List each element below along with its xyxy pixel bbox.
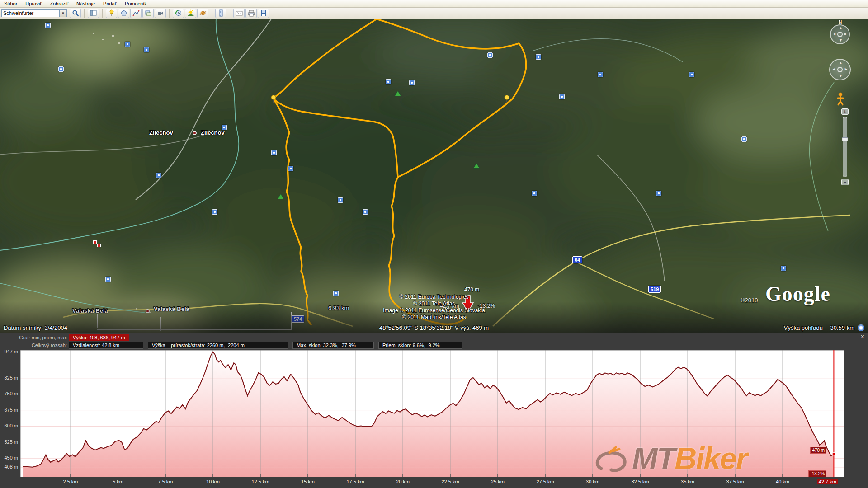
poi-marker[interactable] xyxy=(363,209,368,215)
poi-marker[interactable] xyxy=(409,80,415,85)
menu-item-5[interactable]: Pomocník xyxy=(121,0,151,7)
print-icon xyxy=(248,9,255,17)
toolbar-separator xyxy=(212,9,212,18)
overlay-button[interactable] xyxy=(142,9,154,18)
town-label: Zliechov xyxy=(201,129,225,136)
y-axis-tick-label: 675 m xyxy=(0,407,18,413)
x-axis-tick-label: 15 km xyxy=(301,479,315,484)
menu-item-4[interactable]: Pridať xyxy=(99,0,121,7)
zoom-slider[interactable] xyxy=(843,117,847,177)
menu-item-2[interactable]: Zobraziť xyxy=(46,0,72,7)
search-icon xyxy=(72,9,79,17)
imagery-date: Dátum snímky: 3/4/2004 xyxy=(4,324,67,331)
menu-item-3[interactable]: Nástroje xyxy=(72,0,99,7)
poi-marker[interactable] xyxy=(288,166,293,171)
poi-marker[interactable] xyxy=(125,42,130,47)
save-image-button[interactable] xyxy=(258,9,269,18)
ruler-button[interactable] xyxy=(215,9,226,18)
search-combo: ▼ xyxy=(1,9,67,17)
copyright-line: © 2011 Tele Atlas xyxy=(0,300,868,307)
combo-dropdown-arrow[interactable]: ▼ xyxy=(59,9,67,17)
poi-marker[interactable] xyxy=(536,54,541,60)
search-button[interactable] xyxy=(70,9,81,18)
history-clock-icon xyxy=(175,9,182,17)
path-icon xyxy=(132,9,140,17)
menu-item-0[interactable]: Súbor xyxy=(0,0,21,7)
google-logo: Google xyxy=(765,282,830,306)
stat-box-3: Priem. sklon: 9.6%, -9.2% xyxy=(378,342,462,349)
poi-marker[interactable] xyxy=(656,191,661,196)
poi-marker[interactable] xyxy=(105,277,111,282)
zoom-out-button[interactable]: − xyxy=(841,179,849,185)
y-axis-tick-label: 408 m xyxy=(0,464,18,469)
tour-button[interactable] xyxy=(155,9,166,18)
town-dot xyxy=(193,131,197,135)
poi-marker[interactable] xyxy=(144,47,149,52)
path-button[interactable] xyxy=(130,9,142,18)
sidebar-button[interactable] xyxy=(88,9,99,18)
history-clock-button[interactable] xyxy=(173,9,184,18)
y-axis-tick-label: 825 m xyxy=(0,375,18,380)
poi-marker[interactable] xyxy=(156,173,161,178)
poi-marker[interactable] xyxy=(338,197,343,203)
look-joystick[interactable]: ▲ ▼ ◄ ► xyxy=(830,24,850,44)
poi-marker[interactable] xyxy=(781,266,786,271)
graph-legend-label: Graf: min, priem, max xyxy=(0,335,67,340)
map-cursor-elevation: 470 m xyxy=(464,286,479,293)
poi-marker[interactable] xyxy=(532,191,537,196)
placemark-pin[interactable] xyxy=(270,95,277,103)
print-button[interactable] xyxy=(245,9,257,18)
compass-north[interactable]: N xyxy=(839,20,842,25)
x-axis-tick-label: 32.5 km xyxy=(631,479,649,484)
pegman-icon[interactable] xyxy=(836,92,844,108)
satellite-imagery xyxy=(0,19,868,333)
poi-marker[interactable] xyxy=(598,72,603,77)
email-button[interactable] xyxy=(233,9,245,18)
save-image-icon xyxy=(260,9,267,17)
map-viewport[interactable]: ZliechovZliechovValaská BeláValaská Belá… xyxy=(0,19,868,333)
x-axis-tick-label: 2.5 km xyxy=(63,479,78,484)
waypoint-triangle-marker[interactable] xyxy=(278,194,283,199)
total-range-label: Celkový rozsah: xyxy=(0,343,67,348)
x-axis-tick-label: 7.5 km xyxy=(158,479,173,484)
chart-cursor-point xyxy=(832,452,835,455)
menu-bar: SúborUpraviťZobraziťNástrojePridaťPomocn… xyxy=(0,0,868,8)
poi-marker[interactable] xyxy=(487,52,493,58)
planets-button[interactable] xyxy=(197,9,208,18)
poi-marker[interactable] xyxy=(741,136,747,142)
move-joystick[interactable]: ▲ ▼ ◄ ► xyxy=(829,59,851,80)
close-chart-icon[interactable]: × xyxy=(861,333,864,340)
zoom-in-button[interactable]: + xyxy=(841,108,849,115)
x-axis-tick-label: 40 km xyxy=(776,479,789,484)
red-point-marker[interactable] xyxy=(93,240,97,244)
search-input[interactable] xyxy=(1,9,59,17)
poi-marker[interactable] xyxy=(58,66,64,72)
x-axis-final-tick-label: 42.7 km xyxy=(817,479,838,484)
poi-marker[interactable] xyxy=(212,209,217,215)
sunlight-button[interactable] xyxy=(185,9,196,18)
waypoint-triangle-marker[interactable] xyxy=(395,91,401,96)
poi-marker[interactable] xyxy=(689,72,694,77)
copyright-line: © 2011 Europa Technologies xyxy=(0,294,868,300)
poi-marker[interactable] xyxy=(559,94,565,99)
poi-marker[interactable] xyxy=(386,79,391,84)
poi-marker[interactable] xyxy=(45,23,51,28)
waypoint-triangle-marker[interactable] xyxy=(474,164,479,168)
planets-icon xyxy=(199,9,207,17)
menu-item-1[interactable]: Upraviť xyxy=(21,0,46,7)
x-axis-tick-label: 20 km xyxy=(396,479,410,484)
red-point-marker[interactable] xyxy=(97,244,101,247)
google-year: ©2010 xyxy=(741,297,758,304)
status-target-icon xyxy=(858,324,864,331)
toolbar-separator xyxy=(84,9,85,18)
copyright-block: © 2011 Europa Technologies© 2011 Tele At… xyxy=(0,294,868,321)
placemark-button[interactable] xyxy=(106,9,117,18)
stat-box-0: Vzdialenosť: 42.8 km xyxy=(69,342,143,349)
google-earth-window: SúborUpraviťZobraziťNástrojePridaťPomocn… xyxy=(0,0,868,488)
eye-altitude-value: 30.59 km xyxy=(830,324,854,331)
poi-marker[interactable] xyxy=(271,150,277,155)
mtbiker-watermark: MTBiker xyxy=(632,441,747,476)
polygon-button[interactable] xyxy=(118,9,129,18)
placemark-pin[interactable] xyxy=(504,95,510,103)
zoom-slider-handle[interactable] xyxy=(842,137,848,141)
